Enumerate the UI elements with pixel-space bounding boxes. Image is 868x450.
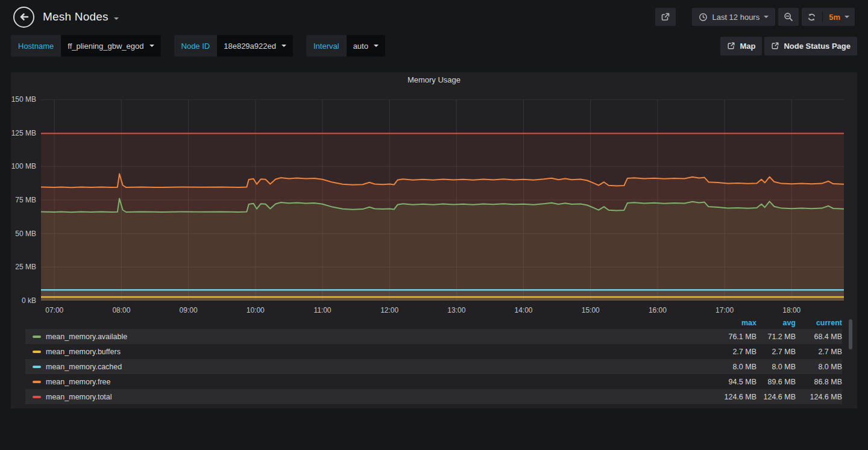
legend-current-value: 68.4 MB [796,333,842,341]
chevron-down-icon [374,45,379,47]
variable-hostname-select[interactable]: ff_pliening_gbw_egod [61,35,160,57]
variable-nodeid-label: Node ID [174,35,218,57]
legend-header: max avg current [25,317,842,329]
legend-col-max[interactable]: max [702,319,756,327]
external-link-icon [727,42,735,50]
node-status-page-link-button[interactable]: Node Status Page [764,37,857,55]
legend-series-toggle[interactable]: mean_memory.cached [25,363,702,371]
variable-interval-select[interactable]: auto [347,35,385,57]
x-axis-tick: 09:00 [180,306,198,314]
legend-current-value: 86.8 MB [796,378,842,386]
legend-series-toggle[interactable]: mean_memory.available [25,333,702,341]
legend-max-value: 2.7 MB [702,348,756,356]
variable-interval-label: Interval [306,35,347,57]
clock-icon [699,13,708,22]
legend-row: mean_memory.available76.1 MB71.2 MB68.4 … [25,329,842,344]
refresh-button-group[interactable]: 5m [802,8,855,26]
dashboard-header: Mesh Nodes Last 12 hours [0,0,868,34]
series-color-swatch-icon[interactable] [33,381,41,383]
y-axis-tick: 100 MB [11,162,36,170]
chevron-down-icon [844,16,849,18]
y-axis-tick: 75 MB [11,196,36,204]
dashboard-title-dropdown[interactable]: Mesh Nodes [43,10,119,23]
x-axis-tick: 11:00 [313,306,331,314]
legend-max-value: 76.1 MB [702,333,756,341]
divider [822,11,823,22]
time-range-picker[interactable]: Last 12 hours [692,8,775,26]
variable-nodeid-select[interactable]: 18e829a922ed [217,35,293,57]
share-button[interactable] [655,8,676,26]
x-axis-tick: 16:00 [649,306,667,314]
variable-interval: Interval auto [306,35,385,57]
y-axis-tick: 50 MB [11,230,36,238]
legend-max-value: 124.6 MB [702,393,756,401]
variable-hostname: Hostname ff_pliening_gbw_egod [11,35,161,57]
variable-nodeid-value: 18e829a922ed [224,42,276,51]
x-axis-tick: 10:00 [247,306,265,314]
zoom-out-button[interactable] [778,8,799,26]
variable-nodeid: Node ID 18e829a922ed [174,35,293,57]
chevron-down-icon [149,45,154,47]
x-axis-tick: 15:00 [582,306,600,314]
legend-scrollbar-thumb[interactable] [849,319,852,349]
legend-avg-value: 8.0 MB [756,363,796,371]
legend-table: max avg current mean_memory.available76.… [25,317,842,404]
variable-interval-value: auto [353,42,368,51]
memory-usage-panel: Memory Usage 0 kB25 MB50 MB75 MB100 MB12… [11,72,857,408]
magnifier-minus-icon [784,12,793,22]
legend-row: mean_memory.free94.5 MB89.6 MB86.8 MB [25,374,842,389]
x-axis-tick: 07:00 [45,306,63,314]
legend-col-current[interactable]: current [796,319,842,327]
legend-series-toggle[interactable]: mean_memory.total [25,393,702,401]
legend-series-toggle[interactable]: mean_memory.free [25,378,702,386]
legend-max-value: 8.0 MB [702,363,756,371]
x-axis-tick: 14:00 [515,306,533,314]
legend-avg-value: 2.7 MB [756,348,796,356]
x-axis-tick: 17:00 [715,306,734,314]
chevron-down-icon [764,16,769,18]
back-button[interactable] [13,7,34,28]
y-axis-tick: 0 kB [11,296,36,305]
memory-usage-chart-plot[interactable] [41,99,844,301]
refresh-icon [807,13,816,22]
series-color-swatch-icon[interactable] [33,366,41,368]
legend-row: mean_memory.buffers2.7 MB2.7 MB2.7 MB [25,344,842,359]
legend-current-value: 8.0 MB [796,363,842,371]
refresh-interval-value[interactable]: 5m [829,13,840,22]
panel-title[interactable]: Memory Usage [11,75,857,84]
series-color-swatch-icon[interactable] [33,351,41,353]
legend-avg-value: 124.6 MB [756,393,796,401]
arrow-left-icon [19,11,30,22]
node-status-page-link-label: Node Status Page [784,42,851,51]
legend-current-value: 2.7 MB [796,348,842,356]
dashboard-submenu: Hostname ff_pliening_gbw_egod Node ID 18… [0,35,868,57]
legend-series-name: mean_memory.cached [46,363,122,371]
external-link-icon [771,42,779,50]
chevron-down-icon [114,17,119,20]
chevron-down-icon [281,45,286,47]
legend-series-toggle[interactable]: mean_memory.buffers [25,348,702,356]
legend-current-value: 124.6 MB [796,393,842,401]
x-axis-tick: 08:00 [112,306,130,314]
dashboard-title: Mesh Nodes [43,10,108,23]
y-axis-tick: 25 MB [11,263,36,271]
legend-max-value: 94.5 MB [702,378,756,386]
legend-series-name: mean_memory.available [46,333,127,341]
map-link-button[interactable]: Map [720,37,762,55]
x-axis-tick: 13:00 [447,306,465,314]
series-color-swatch-icon[interactable] [33,396,41,398]
x-axis-tick: 12:00 [380,306,398,314]
legend-avg-value: 71.2 MB [756,333,796,341]
map-link-label: Map [740,42,755,51]
y-axis-tick: 125 MB [11,129,36,137]
legend-col-avg[interactable]: avg [756,319,796,327]
legend-series-name: mean_memory.total [46,393,112,401]
series-color-swatch-icon[interactable] [33,336,41,338]
legend-series-name: mean_memory.free [46,378,110,386]
legend-series-name: mean_memory.buffers [46,348,121,356]
legend-row: mean_memory.cached8.0 MB8.0 MB8.0 MB [25,359,842,374]
share-export-icon [661,12,670,22]
variable-hostname-label: Hostname [11,35,61,57]
y-axis-tick: 150 MB [11,95,36,104]
time-range-label: Last 12 hours [712,13,760,22]
